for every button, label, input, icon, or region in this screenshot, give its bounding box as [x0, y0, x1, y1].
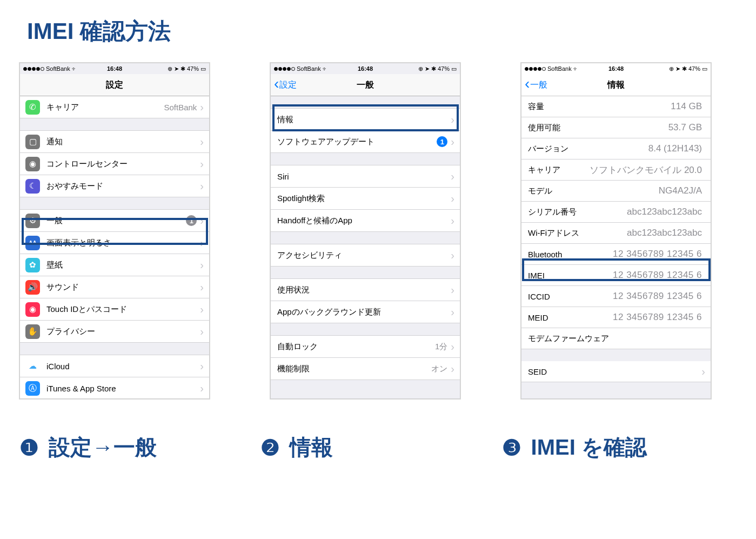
row-value: 12 3456789 12345 6 [613, 249, 702, 259]
about-row-容量: 容量114 GB [521, 96, 711, 117]
row-value: 12 3456789 12345 6 [613, 291, 702, 302]
nav-back-button[interactable]: 一般 [525, 79, 547, 91]
nav-back-button[interactable]: 設定 [274, 79, 297, 91]
row-label: 容量 [528, 102, 671, 112]
row-value: オン [431, 364, 447, 374]
row-label: キャリア [46, 102, 164, 112]
row-control-center[interactable]: ◉コントロールセンター› [20, 153, 209, 175]
row-autolock[interactable]: 自動ロック1分› [271, 335, 460, 358]
row-label: Bluetooth [528, 250, 613, 259]
row-handoff[interactable]: Handoffと候補のApp› [271, 210, 460, 232]
row-label: 一般 [46, 216, 186, 226]
phone-icon: ✆ [25, 100, 40, 115]
row-label: プライバシー [46, 327, 200, 337]
about-row-Bluetooth: Bluetooth12 3456789 12345 6 [521, 244, 711, 265]
row-value: 1分 [435, 342, 447, 352]
status-time: 16:48 [20, 65, 209, 72]
row-label: 自動ロック [277, 342, 435, 352]
row-general[interactable]: ⚙一般1› [20, 209, 209, 232]
row-value: 8.4 (12H143) [648, 143, 702, 154]
row-label: IMEI [528, 271, 613, 280]
row-sound[interactable]: 🔊サウンド› [20, 276, 209, 298]
about-list: 容量114 GB使用可能53.7 GBバージョン8.4 (12H143)キャリア… [521, 96, 711, 399]
row-label: おやすみモード [46, 181, 200, 191]
fingerprint-icon: ◉ [25, 302, 40, 317]
row-privacy[interactable]: ✋プライバシー› [20, 321, 209, 343]
row-carrier[interactable]: ✆キャリアSoftBank› [20, 96, 209, 118]
row-icloud[interactable]: ☁iCloud› [20, 355, 209, 377]
step-number-icon: ❶ [19, 435, 39, 460]
row-label: Touch IDとパスコード [46, 304, 200, 315]
row-wallpaper[interactable]: ✿壁紙› [20, 254, 209, 276]
chevron-right-icon: › [451, 341, 454, 353]
row-notifications[interactable]: ▢通知› [20, 130, 209, 153]
row-label: モデムファームウェア [528, 334, 705, 344]
row-value: 12 3456789 12345 6 [613, 270, 702, 281]
sound-icon: 🔊 [25, 280, 40, 295]
row-display[interactable]: AA画面表示と明るさ› [20, 232, 209, 254]
nav-bar: 一般 情報 [521, 74, 711, 96]
captions-row: ❶設定→一般 ❷情報 ❸IMEI を確認 [19, 432, 722, 462]
caption-text: 設定→一般 [49, 432, 157, 462]
chevron-right-icon: › [200, 180, 204, 192]
status-bar: SoftBankᯤ 16:48 ⊕➤✱47%▭ [20, 63, 209, 74]
nav-title: 一般 [357, 79, 374, 91]
chevron-right-icon: › [451, 284, 454, 296]
wallpaper-icon: ✿ [25, 258, 40, 272]
chevron-right-icon: › [200, 158, 204, 170]
chevron-right-icon: › [200, 101, 204, 114]
row-label: Spotlight検索 [277, 194, 451, 204]
about-row-IMEI: IMEI12 3456789 12345 6 [521, 265, 711, 286]
phone-screen-about: SoftBankᯤ 16:48 ⊕➤✱47%▭ 一般 情報 容量114 GB使用… [521, 63, 711, 399]
about-row-MEID: MEID12 3456789 12345 6 [521, 307, 711, 328]
about-row-バージョン: バージョン8.4 (12H143) [521, 138, 711, 159]
caption-step-3: ❸IMEI を確認 [502, 432, 722, 462]
row-usage[interactable]: 使用状況› [271, 278, 460, 301]
about-row-Wi-Fiアドレス: Wi-Fiアドレスabc123abc123abc [521, 223, 711, 244]
status-bar: SoftBankᯤ 16:48 ⊕➤✱47%▭ [521, 63, 711, 74]
badge: 1 [186, 215, 197, 226]
row-siri[interactable]: Siri› [271, 165, 460, 188]
appstore-icon: Ⓐ [25, 381, 40, 396]
row-label: iCloud [46, 362, 200, 371]
row-label: サウンド [46, 282, 200, 292]
row-bg-refresh[interactable]: Appのバックグラウンド更新› [271, 301, 460, 323]
chevron-right-icon: › [701, 365, 705, 378]
caption-text: IMEI を確認 [531, 432, 647, 462]
phone-screen-general: SoftBankᯤ 16:48 ⊕➤✱47%▭ 設定 一般 情報› ソフトウェア… [270, 63, 460, 399]
row-restrictions[interactable]: 機能制限オン› [271, 358, 460, 380]
row-itunes[interactable]: ⒶiTunes & App Store› [20, 377, 209, 399]
chevron-right-icon: › [451, 306, 454, 318]
chevron-right-icon: › [200, 136, 204, 148]
row-label: Handoffと候補のApp [277, 216, 451, 226]
step-number-icon: ❷ [260, 435, 280, 460]
badge: 1 [437, 136, 447, 147]
row-accessibility[interactable]: アクセシビリティ› [271, 244, 460, 267]
row-about[interactable]: 情報› [271, 108, 460, 131]
about-row-モデムファームウェア: モデムファームウェア [521, 328, 711, 349]
chevron-right-icon: › [200, 215, 204, 227]
row-dnd[interactable]: ☾おやすみモード› [20, 175, 209, 197]
row-label: 通知 [46, 137, 200, 147]
row-label: 画面表示と明るさ [46, 238, 200, 248]
row-software-update[interactable]: ソフトウェアアップデート1› [271, 131, 460, 153]
row-label: モデル [528, 186, 659, 196]
row-touchid[interactable]: ◉Touch IDとパスコード› [20, 298, 209, 321]
status-time: 16:48 [271, 65, 460, 72]
general-list: 情報› ソフトウェアアップデート1› Siri› Spotlight検索› Ha… [271, 96, 460, 399]
chevron-right-icon: › [451, 249, 454, 262]
notifications-icon: ▢ [25, 135, 40, 149]
about-row-シリアル番号: シリアル番号abc123abc123abc [521, 202, 711, 223]
page-title: IMEI 確認方法 [27, 16, 171, 46]
about-row-使用可能: 使用可能53.7 GB [521, 117, 711, 138]
row-spotlight[interactable]: Spotlight検索› [271, 188, 460, 210]
row-label: MEID [528, 313, 613, 322]
status-time: 16:48 [521, 65, 711, 72]
nav-bar: 設定 [20, 74, 209, 96]
about-row-SEID[interactable]: SEID› [521, 361, 711, 382]
chevron-right-icon: › [451, 215, 454, 227]
row-label: ICCID [528, 292, 613, 301]
row-label: SEID [528, 367, 701, 376]
row-label: シリアル番号 [528, 207, 627, 217]
settings-list: ✆キャリアSoftBank› ▢通知› ◉コントロールセンター› ☾おやすみモー… [20, 96, 209, 399]
